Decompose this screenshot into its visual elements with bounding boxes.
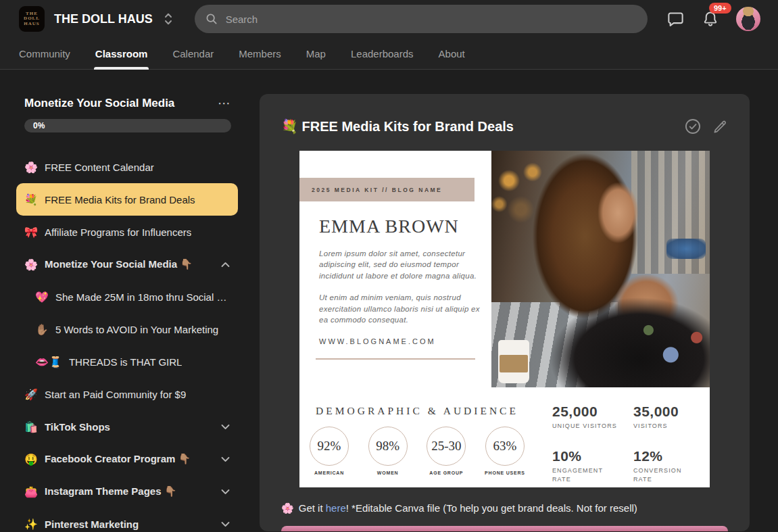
stat-block: 10% ENGAGEMENT RATE — [552, 448, 633, 487]
sidebar-module-pinterest-marketing[interactable]: ✨ Pinterest Marketing — [16, 508, 238, 532]
media-kit-bio: Lorem ipsum dolor sit amet, consectetur … — [319, 248, 487, 326]
sidebar-item-free-media-kits[interactable]: 💐 FREE Media Kits for Brand Deals — [16, 183, 238, 216]
more-menu-icon[interactable]: ⋯ — [218, 100, 231, 107]
stat-circle: 25-30 AGE GROUP — [424, 427, 468, 475]
demographic-title: DEMOGRAPHIC & AUDIENCE — [299, 405, 535, 417]
stat-circle: 92% AMERICAN — [308, 427, 351, 475]
sidebar-module-facebook-creator-program[interactable]: 🤑 Facebook Creator Program 👇🏽 — [16, 443, 238, 475]
sidebar-item-threads-is-that-girl[interactable]: 👄🧵 THREADS is THAT GIRL — [16, 345, 238, 378]
top-bar: THE DOLL HAUS THE DOLL HAUS 99+ — [0, 0, 778, 38]
check-circle-icon — [684, 118, 702, 135]
course-title: Monetize Your Social Media — [24, 97, 218, 110]
photo-face — [583, 165, 653, 264]
chevron-down-icon[interactable] — [216, 489, 230, 495]
community-name: THE DOLL HAUS — [54, 12, 153, 26]
money-mouth-emoji-icon: 🤑 — [24, 453, 38, 466]
media-kit-info-panel: 2025 MEDIA KIT // BLOG NAME EMMA BROWN L… — [299, 151, 491, 387]
raised-hand-emoji-icon: ✋🏽 — [35, 323, 49, 336]
community-switcher-icon[interactable] — [164, 11, 173, 26]
sidebar-module-instagram-theme-pages[interactable]: 👛 Instagram Theme Pages 👇🏽 — [16, 475, 238, 508]
search-input[interactable] — [226, 14, 637, 25]
search-icon — [205, 13, 218, 25]
media-kit-name: EMMA BROWN — [319, 216, 491, 237]
photo-dress — [537, 279, 710, 387]
tab-leaderboards[interactable]: Leaderboards — [351, 38, 414, 69]
notification-badge: 99+ — [709, 3, 731, 14]
chevron-down-icon[interactable] — [216, 424, 230, 430]
photo-car — [666, 239, 706, 259]
sidebar-item-she-made-25m[interactable]: 💖 She Made 25M in 18mo thru Social … — [16, 281, 238, 313]
lesson-footer: 🌸 Get it here! *Editable Canva file (To … — [281, 501, 728, 515]
stat-block: 35,000 VISITORS — [633, 404, 710, 434]
chevron-down-icon[interactable] — [216, 456, 230, 462]
course-sidebar: Monetize Your Social Media ⋯ 0% 🌸 FREE C… — [0, 70, 249, 531]
media-kit-stats-strip: DEMOGRAPHIC & AUDIENCE 92% AMERICAN 98% … — [299, 387, 710, 487]
chevron-down-icon[interactable] — [216, 521, 230, 527]
sparkling-heart-emoji-icon: 💖 — [35, 291, 49, 304]
bouquet-emoji-icon: 💐 — [281, 119, 298, 134]
user-avatar[interactable] — [736, 7, 760, 31]
sidebar-item-affiliate-programs[interactable]: 🎀 Affiliate Programs for Influencers — [16, 216, 238, 248]
ribbon-emoji-icon: 🎀 — [24, 226, 38, 239]
bouquet-emoji-icon: 💐 — [24, 193, 38, 206]
media-kit-image[interactable]: 2025 MEDIA KIT // BLOG NAME EMMA BROWN L… — [299, 151, 710, 487]
stat-circle: 98% WOMEN — [366, 427, 410, 475]
rocket-emoji-icon: 🚀 — [24, 388, 38, 401]
course-progress-bar: 0% — [24, 119, 231, 132]
search-bar[interactable] — [195, 5, 648, 33]
tab-calendar[interactable]: Calendar — [172, 38, 214, 69]
lesson-main: 💐 FREE Media Kits for Brand Deals 2025 M… — [249, 70, 778, 531]
lesson-title: 💐 FREE Media Kits for Brand Deals — [281, 117, 684, 136]
blossom-emoji-icon: 🌸 — [24, 161, 38, 174]
stat-circle: 63% PHONE USERS — [483, 427, 527, 475]
sidebar-item-start-paid-community[interactable]: 🚀 Start an Paid Community for $9 — [16, 378, 238, 410]
stat-block: 12% CONVERSION RATE — [633, 448, 710, 487]
sparkles-emoji-icon: ✨ — [24, 518, 38, 531]
photo-coffee-cup — [498, 340, 529, 383]
blossom-emoji-icon: 🌸 — [281, 501, 294, 515]
logo-line: HAUS — [24, 22, 39, 26]
media-kit-website: WWW.BLOGNAME.COM — [319, 337, 491, 345]
lips-thread-emoji-icon: 👄🧵 — [35, 356, 62, 368]
media-kit-banner: 2025 MEDIA KIT // BLOG NAME — [299, 178, 475, 201]
shopping-bags-emoji-icon: 🛍️ — [24, 420, 38, 433]
mark-complete-button[interactable] — [684, 118, 702, 135]
sidebar-item-5-words-to-avoid[interactable]: ✋🏽 5 Words to AVOID in Your Marketing — [16, 313, 238, 345]
blossom-emoji-icon: 🌸 — [24, 258, 38, 271]
divider — [316, 358, 475, 360]
pencil-icon — [712, 119, 728, 135]
tab-community[interactable]: Community — [19, 38, 70, 69]
get-it-here-link[interactable]: here — [326, 502, 346, 514]
chat-button[interactable] — [666, 10, 685, 28]
stat-block: 25,000 UNIQUE VISITORS — [552, 404, 633, 434]
purse-emoji-icon: 👛 — [24, 485, 38, 498]
notifications-button[interactable]: 99+ — [702, 10, 719, 28]
chat-icon — [666, 10, 685, 28]
tab-map[interactable]: Map — [306, 38, 326, 69]
lesson-card: 💐 FREE Media Kits for Brand Deals 2025 M… — [260, 94, 750, 531]
sidebar-module-tiktok-shops[interactable]: 🛍️ TikTok Shops — [16, 410, 238, 443]
tab-about[interactable]: About — [439, 38, 465, 69]
community-logo[interactable]: THE DOLL HAUS — [19, 6, 45, 32]
tab-members[interactable]: Members — [239, 38, 281, 69]
embed-card-top-edge[interactable] — [281, 526, 728, 531]
sidebar-module-monetize-social-media[interactable]: 🌸 Monetize Your Social Media 👇🏽 — [16, 248, 238, 281]
edit-lesson-button[interactable] — [712, 119, 728, 135]
progress-label: 0% — [33, 121, 45, 130]
tab-classroom[interactable]: Classroom — [95, 38, 148, 69]
media-kit-photo — [491, 151, 710, 387]
nav-tabs: Community Classroom Calendar Members Map… — [0, 38, 778, 70]
chevron-up-icon[interactable] — [216, 262, 230, 268]
sidebar-item-free-content-calendar[interactable]: 🌸 FREE Content Calendar — [16, 151, 238, 183]
